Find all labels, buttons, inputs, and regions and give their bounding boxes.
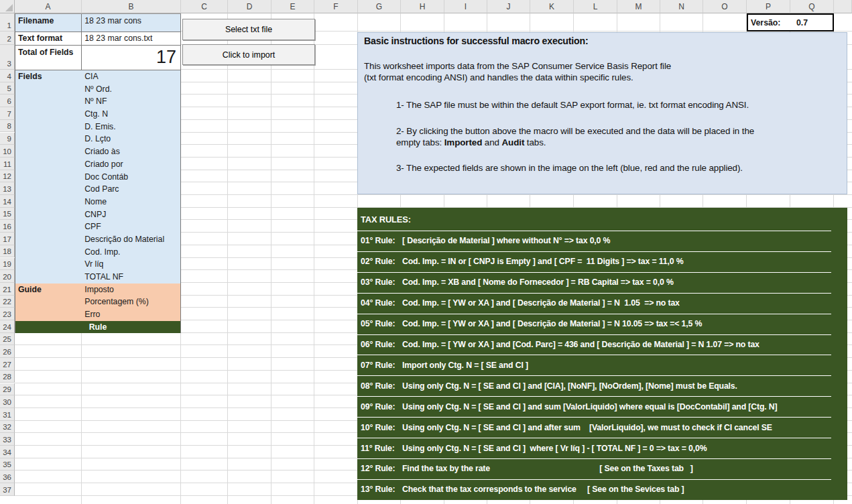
field-cell[interactable]: Nº NF bbox=[82, 95, 180, 108]
field-cell[interactable]: CPF bbox=[82, 220, 180, 233]
row-header-10[interactable]: 10 bbox=[0, 145, 15, 158]
row-header-27[interactable]: 27 bbox=[0, 358, 15, 371]
guide-cell[interactable]: Erro bbox=[82, 308, 180, 321]
row-header-34[interactable]: 34 bbox=[0, 446, 15, 458]
cell-rule-label[interactable]: Rule bbox=[15, 321, 180, 334]
guide-cell[interactable]: Porcentagem (%) bbox=[82, 296, 180, 308]
row-header-28[interactable]: 28 bbox=[0, 371, 15, 383]
column-header-C[interactable]: C bbox=[181, 0, 228, 13]
cell-guide-label[interactable]: Guide bbox=[15, 284, 82, 321]
cell-text-format-label[interactable]: Text format bbox=[15, 32, 82, 45]
cell-total-fields-label[interactable]: Total of Fields bbox=[15, 46, 82, 70]
column-header-P[interactable]: P bbox=[747, 0, 790, 13]
column-header-G[interactable]: G bbox=[358, 0, 401, 13]
field-cell[interactable]: D. Emis. bbox=[82, 121, 180, 133]
row-header-15[interactable]: 15 bbox=[0, 208, 15, 220]
column-header-M[interactable]: M bbox=[617, 0, 660, 13]
row-header-8[interactable]: 8 bbox=[0, 120, 15, 133]
column-header-K[interactable]: K bbox=[530, 0, 574, 13]
row-header-14[interactable]: 14 bbox=[0, 195, 15, 208]
row-header-19[interactable]: 19 bbox=[0, 258, 15, 271]
cell-text-format-value[interactable]: 18 23 mar cons.txt bbox=[82, 32, 180, 45]
row-header-30[interactable]: 30 bbox=[0, 395, 15, 408]
version-box: Versão: 0.7 bbox=[747, 13, 834, 32]
column-header-E[interactable]: E bbox=[271, 0, 314, 13]
row-header-32[interactable]: 32 bbox=[0, 421, 15, 434]
row-header-23[interactable]: 23 bbox=[0, 308, 15, 320]
field-cell[interactable]: Cod. Imp. bbox=[82, 246, 180, 259]
row-header-16[interactable]: 16 bbox=[0, 220, 15, 233]
fields-list: CIA Nº Ord. Nº NF Ctg. N D. Emis. D. Lçt… bbox=[82, 70, 180, 284]
row-header-33[interactable]: 33 bbox=[0, 433, 15, 446]
row-header-6[interactable]: 6 bbox=[0, 94, 15, 107]
click-to-import-button[interactable]: Click to import bbox=[182, 44, 315, 65]
select-txt-file-button[interactable]: Select txt file bbox=[182, 19, 315, 40]
row-header-9[interactable]: 9 bbox=[0, 133, 15, 145]
field-cell[interactable]: CNPJ bbox=[82, 208, 180, 221]
field-cell[interactable]: Doc Contáb bbox=[82, 171, 180, 184]
field-cell[interactable]: Criado às bbox=[82, 145, 180, 158]
field-cell[interactable]: Descrição do Material bbox=[82, 233, 180, 246]
row-header-20[interactable]: 20 bbox=[0, 270, 15, 283]
column-header-A[interactable]: A bbox=[15, 0, 82, 13]
column-header-L[interactable]: L bbox=[574, 0, 617, 13]
row-header-2[interactable]: 2 bbox=[0, 32, 15, 45]
row-header-13[interactable]: 13 bbox=[0, 182, 15, 195]
row-header-31[interactable]: 31 bbox=[0, 408, 15, 421]
cell-total-fields-value[interactable]: 17 bbox=[82, 46, 180, 70]
row-header-4[interactable]: 4 bbox=[0, 70, 15, 82]
field-cell[interactable]: Vr líq bbox=[82, 258, 180, 271]
row-header-22[interactable]: 22 bbox=[0, 296, 15, 308]
row-header-29[interactable]: 29 bbox=[0, 383, 15, 396]
row-header-18[interactable]: 18 bbox=[0, 245, 15, 258]
column-header-H[interactable]: H bbox=[401, 0, 444, 13]
row-header-1[interactable]: 1 bbox=[0, 13, 15, 32]
tax-rule-5: 05° Rule:Cod. Imp. = [ YW or XA ] and [ … bbox=[357, 314, 847, 334]
row-header-24[interactable]: 24 bbox=[0, 320, 15, 333]
field-cell[interactable]: Criado por bbox=[82, 158, 180, 171]
version-label[interactable]: Versão: bbox=[748, 18, 794, 27]
row-header-11[interactable]: 11 bbox=[0, 158, 15, 170]
column-header-I[interactable]: I bbox=[444, 0, 487, 13]
field-cell[interactable]: Nº Ord. bbox=[82, 83, 180, 96]
field-cell[interactable]: TOTAL NF bbox=[82, 271, 180, 284]
column-header-B[interactable]: B bbox=[82, 0, 181, 13]
row-header-37[interactable]: 37 bbox=[0, 483, 15, 496]
column-header-partial[interactable] bbox=[834, 0, 852, 13]
guide-cell[interactable]: Imposto bbox=[82, 284, 180, 296]
cell-filename-value[interactable]: 18 23 mar cons bbox=[82, 14, 180, 32]
column-header-J[interactable]: J bbox=[487, 0, 530, 13]
excel-worksheet: ABCDEFGHIJKLMNOPQ12345678910111213141516… bbox=[0, 0, 852, 504]
column-header-N[interactable]: N bbox=[660, 0, 703, 13]
field-cell[interactable]: Nome bbox=[82, 196, 180, 208]
column-header-Q[interactable]: Q bbox=[790, 0, 834, 13]
instructions-item-2-line2: empty tabs: Imported and Audit tabs. bbox=[396, 137, 841, 148]
instructions-item-1: 1- The SAP file must be within the defau… bbox=[396, 99, 841, 111]
gridline bbox=[314, 13, 314, 504]
row-header-5[interactable]: 5 bbox=[0, 82, 15, 95]
tax-rule-6: 06° Rule:Cod. Imp. = [ YW or XA ] and [C… bbox=[357, 334, 847, 355]
row-header-12[interactable]: 12 bbox=[0, 170, 15, 183]
instructions-item-2-line1: 2- By clicking the button above the macr… bbox=[396, 125, 841, 137]
field-cell[interactable]: D. Lçto bbox=[82, 133, 180, 145]
row-header-25[interactable]: 25 bbox=[0, 333, 15, 346]
row-header-17[interactable]: 17 bbox=[0, 233, 15, 245]
left-panel: Filename 18 23 mar cons Text format 18 2… bbox=[15, 13, 181, 333]
field-cell[interactable]: Cod Parc bbox=[82, 183, 180, 196]
row-header-35[interactable]: 35 bbox=[0, 458, 15, 471]
column-header-D[interactable]: D bbox=[228, 0, 271, 13]
select-all-corner[interactable] bbox=[0, 0, 15, 13]
row-header-3[interactable]: 3 bbox=[0, 45, 15, 70]
row-header-7[interactable]: 7 bbox=[0, 107, 15, 120]
gridline bbox=[271, 13, 271, 504]
row-header-21[interactable]: 21 bbox=[0, 283, 15, 296]
cell-fields-label[interactable]: Fields bbox=[15, 70, 82, 284]
row-header-36[interactable]: 36 bbox=[0, 470, 15, 483]
column-header-F[interactable]: F bbox=[314, 0, 358, 13]
version-value[interactable]: 0.7 bbox=[794, 18, 808, 27]
column-header-O[interactable]: O bbox=[703, 0, 747, 13]
row-header-26[interactable]: 26 bbox=[0, 345, 15, 358]
cell-filename-label[interactable]: Filename bbox=[15, 14, 82, 32]
field-cell[interactable]: Ctg. N bbox=[82, 108, 180, 121]
field-cell[interactable]: CIA bbox=[82, 70, 180, 83]
